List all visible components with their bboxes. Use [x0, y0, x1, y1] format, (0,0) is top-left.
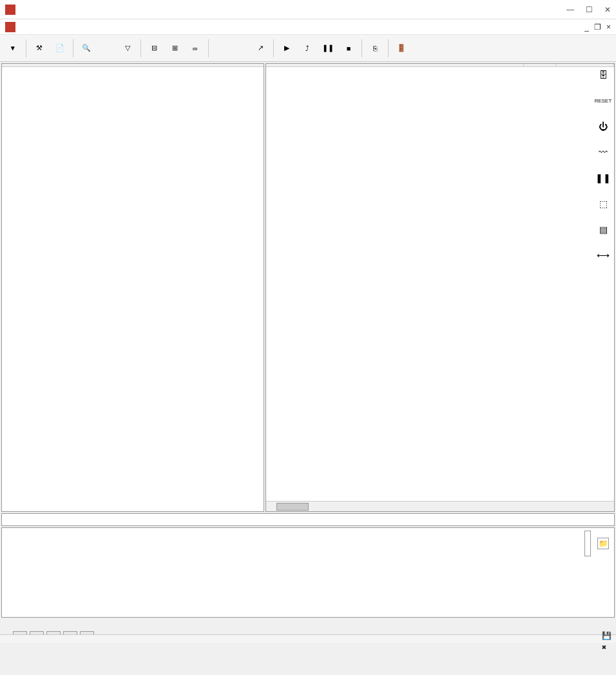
log-clear-icon[interactable]: ✖: [602, 643, 611, 652]
folder-tree-panel: [1, 63, 264, 512]
file-list-panel: [265, 63, 615, 512]
copy-icon[interactable]: ⎘: [365, 38, 385, 59]
file-list[interactable]: [266, 67, 614, 501]
folder-tree[interactable]: [2, 67, 264, 511]
chip-icon[interactable]: ▤: [594, 220, 612, 239]
power-icon[interactable]: ⏻: [594, 117, 612, 135]
log-save-icon[interactable]: 📁: [597, 538, 609, 549]
play-icon[interactable]: ▶: [277, 38, 296, 59]
tree-icon[interactable]: ⊟: [144, 38, 164, 59]
log-panel: 📁 💾 ✖: [1, 527, 615, 618]
info-bar: [1, 513, 615, 526]
app-icon: [5, 5, 15, 15]
col-name[interactable]: [266, 64, 524, 66]
col-ext[interactable]: [524, 64, 556, 66]
skip-icon[interactable]: ⤴: [298, 38, 317, 59]
tool-document-icon[interactable]: 📄: [50, 38, 70, 59]
tree2-icon[interactable]: ⊞: [165, 38, 184, 59]
right-toolbar: 🗄 RESET ⏻ 〰 ❚❚ ⬚ ▤ ⟷: [592, 62, 615, 264]
menubar: _ ❐ ×: [0, 19, 616, 35]
maximize-button[interactable]: ☐: [586, 5, 593, 14]
exit-icon[interactable]: 🚪: [392, 38, 411, 59]
toolbar: ▾ ⚒ 📄 🔍 ▽ ⊟ ⊞ ∞ ↗ ▶ ⤴ ❚❚ ■ ⎘ 🚪: [0, 35, 616, 62]
horizontal-scrollbar[interactable]: [266, 501, 614, 511]
minimize-button[interactable]: —: [566, 5, 574, 14]
connector-icon[interactable]: ⬚: [594, 195, 612, 213]
log-disk-icon[interactable]: 💾: [602, 631, 611, 640]
pause2-icon[interactable]: ❚❚: [594, 169, 612, 187]
stop-icon[interactable]: ■: [339, 38, 358, 59]
watermark: [555, 555, 601, 648]
reset-icon[interactable]: RESET: [594, 92, 612, 110]
link-icon[interactable]: ∞: [186, 38, 205, 59]
binoculars-icon[interactable]: 🔍: [77, 38, 96, 59]
slider-icon[interactable]: ⟷: [594, 246, 612, 264]
filter-icon[interactable]: ▽: [118, 38, 137, 59]
sata-button[interactable]: ▾: [3, 38, 23, 59]
mdi-close-icon[interactable]: ×: [606, 23, 611, 32]
app-icon-small: [5, 22, 15, 32]
log-body: 💾 ✖: [2, 559, 614, 654]
pause-icon[interactable]: ❚❚: [318, 38, 338, 59]
db-icon[interactable]: 🗄: [594, 66, 612, 84]
titlebar: — ☐ ✕: [0, 0, 616, 19]
log-scrollbar[interactable]: [584, 531, 591, 556]
raw-button[interactable]: [97, 38, 117, 59]
export-icon[interactable]: ↗: [251, 38, 270, 59]
close-button[interactable]: ✕: [604, 5, 611, 14]
mdi-restore-icon[interactable]: ❐: [594, 23, 601, 32]
tool-hammer-icon[interactable]: ⚒: [30, 38, 49, 59]
oscilloscope-icon[interactable]: 〰: [594, 143, 612, 161]
mdi-minimize-icon[interactable]: _: [584, 23, 589, 32]
